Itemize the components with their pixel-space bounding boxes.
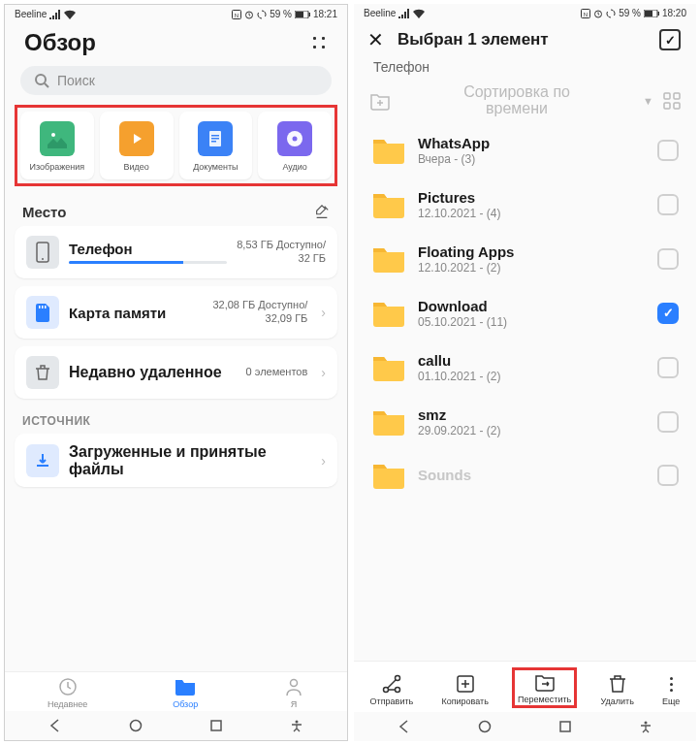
category-images[interactable]: Изображения [20, 112, 94, 179]
tab-recent[interactable]: Недавнее [48, 676, 87, 709]
alarm-icon [593, 9, 603, 18]
checkbox[interactable] [657, 411, 679, 433]
checkbox[interactable] [657, 248, 679, 270]
nav-recents[interactable] [557, 718, 574, 735]
android-navbar [354, 712, 696, 741]
checkbox[interactable] [657, 194, 679, 215]
folder-meta: 12.10.2021 - (4) [418, 207, 646, 220]
nav-recents[interactable] [207, 717, 225, 734]
grid-view-icon[interactable] [663, 92, 681, 110]
svg-rect-18 [45, 306, 47, 308]
nfc-icon: N [232, 10, 241, 19]
wifi-icon [64, 10, 76, 19]
cleanup-icon[interactable] [314, 205, 330, 220]
storage-sdcard[interactable]: Карта памяти 32,08 ГБ Доступно/32,09 ГБ … [15, 286, 337, 339]
folder-meta: 29.09.2021 - (2) [418, 424, 646, 437]
folder-icon [371, 461, 406, 490]
folder-name: smz [418, 406, 646, 423]
search-placeholder: Поиск [57, 73, 95, 88]
battery-pct: 59 % [619, 8, 641, 18]
signal-icon [49, 10, 61, 19]
new-folder-icon[interactable] [369, 90, 391, 112]
folder-icon [371, 299, 406, 328]
action-share[interactable]: Отправить [366, 671, 419, 708]
svg-rect-32 [664, 103, 670, 109]
action-delete[interactable]: Удалить [595, 671, 638, 708]
status-bar: Beeline N 59 % 18:20 [354, 4, 696, 20]
folder-name: Download [418, 298, 646, 314]
category-video[interactable]: Видео [100, 112, 174, 179]
action-more[interactable]: Еще [657, 671, 684, 708]
downloads-item[interactable]: Загруженные и принятые файлы › [15, 434, 337, 487]
svg-rect-10 [211, 138, 219, 140]
folder-name: WhatsApp [418, 135, 646, 151]
breadcrumb[interactable]: Телефон [354, 59, 696, 81]
action-label: Копировать [441, 696, 488, 706]
storage-progress [69, 261, 227, 264]
search-icon [34, 73, 49, 88]
svg-point-21 [130, 721, 141, 731]
category-label: Видео [123, 162, 148, 172]
search-input[interactable]: Поиск [20, 66, 332, 95]
folder-item[interactable]: WhatsAppВчера - (3) [369, 123, 681, 178]
sort-dropdown[interactable]: Сортировка повремени [400, 84, 633, 117]
checkbox[interactable] [657, 303, 679, 324]
selection-header: ✕ Выбран 1 элемент [354, 20, 696, 59]
person-icon [283, 676, 304, 697]
category-label: Аудио [282, 162, 306, 172]
folder-icon [371, 244, 406, 274]
folder-item[interactable]: Sounds [369, 449, 681, 502]
nav-back[interactable] [47, 717, 64, 734]
battery-icon [295, 11, 310, 18]
storage-meta: 32,08 ГБ Доступно/32,09 ГБ [212, 299, 307, 326]
sync-icon [257, 10, 267, 19]
action-move[interactable]: Переместить [512, 667, 577, 708]
chevron-right-icon: › [321, 365, 326, 380]
folder-icon [371, 407, 406, 437]
menu-icon[interactable] [310, 34, 328, 51]
select-all-button[interactable] [659, 29, 681, 50]
folder-icon [371, 190, 406, 219]
selection-title: Выбран 1 элемент [398, 30, 646, 49]
folder-item[interactable]: callu01.10.2021 - (2) [369, 340, 681, 395]
folder-icon [371, 353, 406, 382]
close-icon[interactable]: ✕ [367, 28, 384, 51]
status-bar: Beeline N 59 % 18:21 [5, 5, 347, 21]
bottom-tabbar: Недавнее Обзор Я [5, 671, 347, 711]
action-label: Переместить [518, 695, 571, 704]
folder-name: Pictures [418, 189, 646, 206]
storage-phone[interactable]: Телефон 8,53 ГБ Доступно/32 ГБ [15, 226, 337, 278]
action-copy[interactable]: Копировать [436, 671, 493, 708]
checkbox[interactable] [657, 465, 679, 486]
action-label: Отправить [370, 696, 414, 706]
nav-accessibility[interactable] [288, 717, 305, 734]
svg-point-34 [383, 688, 388, 693]
svg-point-6 [36, 75, 46, 84]
nav-back[interactable] [396, 718, 413, 735]
checkbox[interactable] [657, 357, 679, 378]
nav-home[interactable] [476, 718, 493, 735]
svg-point-13 [293, 137, 298, 142]
folder-name: Sounds [418, 467, 646, 483]
page-title-row: Обзор [5, 21, 347, 66]
tab-overview[interactable]: Обзор [173, 676, 198, 709]
categories-row: Изображения Видео Документы Аудио [15, 105, 337, 186]
tab-me[interactable]: Я [283, 676, 304, 709]
folder-item[interactable]: Pictures12.10.2021 - (4) [369, 178, 681, 232]
svg-point-15 [42, 258, 44, 260]
nav-accessibility[interactable] [637, 718, 654, 735]
category-label: Документы [193, 162, 238, 172]
svg-point-40 [645, 722, 648, 725]
category-audio[interactable]: Аудио [258, 112, 332, 179]
folder-item[interactable]: Download05.10.2021 - (11) [369, 286, 681, 340]
battery-icon [644, 10, 659, 17]
storage-trash[interactable]: Недавно удаленное 0 элементов › [15, 346, 337, 399]
nav-home[interactable] [127, 717, 144, 734]
folder-item[interactable]: smz29.09.2021 - (2) [369, 395, 681, 449]
phone-left: Beeline N 59 % 18:21 Обзор Поиск Изображ… [4, 4, 348, 741]
checkbox[interactable] [657, 140, 679, 161]
category-documents[interactable]: Документы [179, 112, 253, 179]
trash-icon [26, 356, 59, 389]
sync-icon [606, 9, 616, 18]
folder-item[interactable]: Floating Apps12.10.2021 - (2) [369, 232, 681, 286]
